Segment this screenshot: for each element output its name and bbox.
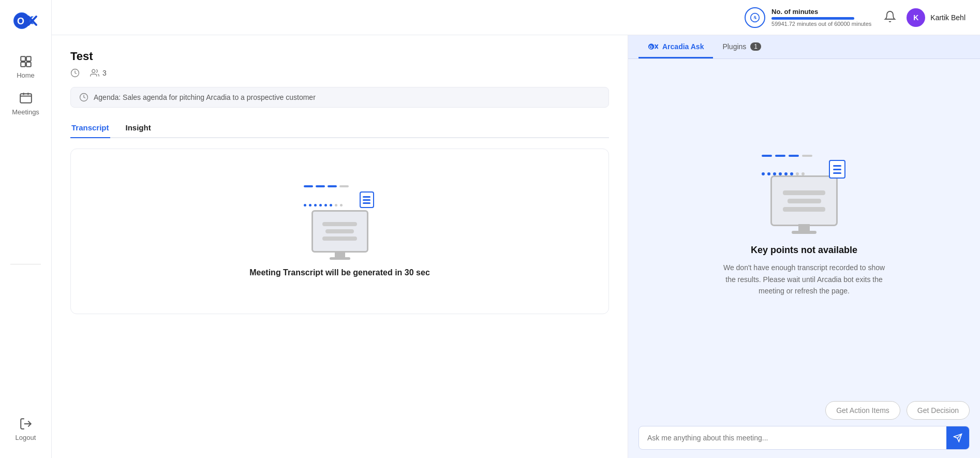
- tab-arcadia-ask[interactable]: O Arcadia Ask: [639, 35, 713, 58]
- kp-floating-lines: [762, 155, 812, 157]
- participants-icon: [90, 68, 99, 78]
- minutes-bar: [771, 17, 854, 20]
- sidebar-item-logout[interactable]: Logout: [5, 411, 47, 448]
- get-decision-button[interactable]: Get Decision: [907, 401, 970, 420]
- sidebar-item-meetings-label: Meetings: [12, 108, 39, 116]
- bell-icon: [884, 10, 896, 23]
- action-buttons: Get Action Items Get Decision: [639, 401, 970, 420]
- svg-point-16: [92, 69, 95, 72]
- user-name: Kartik Behl: [930, 13, 966, 22]
- monitor-body: [311, 210, 368, 253]
- meeting-meta: 3: [70, 68, 609, 78]
- header: No. of minutes 59941.72 minutes out of 6…: [52, 0, 980, 35]
- main-content: No. of minutes 59941.72 minutes out of 6…: [52, 0, 980, 458]
- tab-transcript[interactable]: Transcript: [70, 119, 110, 138]
- user-menu[interactable]: K Kartik Behl: [907, 8, 966, 27]
- ask-input-row: [639, 426, 970, 450]
- tab-arcadia-ask-label: Arcadia Ask: [662, 42, 704, 51]
- sidebar-item-home-label: Home: [17, 71, 35, 79]
- sidebar-bottom: Logout: [5, 411, 47, 448]
- svg-rect-9: [21, 62, 25, 67]
- transcript-card: Meeting Transcript will be generated in …: [70, 149, 609, 314]
- svg-text:O: O: [17, 16, 24, 26]
- plugins-badge: 1: [750, 42, 761, 51]
- meetings-icon: [19, 92, 33, 105]
- agenda-bar: Agenda: Sales agenda for pitching Arcadi…: [70, 87, 609, 108]
- meeting-participants-meta: 3: [90, 68, 107, 78]
- tab-plugins[interactable]: Plugins 1: [713, 35, 770, 58]
- svg-rect-8: [26, 56, 31, 61]
- minutes-info: No. of minutes 59941.72 minutes out of 6…: [771, 8, 871, 27]
- clock-icon: [70, 68, 80, 78]
- minutes-icon: [745, 7, 765, 28]
- keypoints-title: Key points not available: [751, 245, 857, 256]
- sidebar-item-logout-label: Logout: [16, 434, 36, 441]
- meeting-title: Test: [70, 50, 609, 63]
- floating-lines: [304, 185, 349, 187]
- minutes-bar-container: [771, 17, 854, 20]
- agenda-icon: [79, 93, 88, 102]
- floating-doc: [360, 191, 374, 208]
- svg-point-14: [754, 16, 756, 19]
- svg-rect-7: [21, 56, 25, 61]
- app-logo[interactable]: O K O: [12, 10, 39, 33]
- kp-floating-doc: [829, 160, 845, 179]
- send-icon: [953, 433, 962, 442]
- right-panel-tabs: O Arcadia Ask Plugins 1: [628, 35, 980, 59]
- keypoints-desc: We don't have enough transcript recorded…: [721, 262, 887, 297]
- participants-count: 3: [102, 69, 107, 77]
- svg-text:O: O: [649, 45, 653, 50]
- kp-monitor-stand: [798, 224, 810, 231]
- left-panel: Test 3: [52, 35, 628, 458]
- minutes-section: No. of minutes 59941.72 minutes out of 6…: [745, 7, 871, 28]
- minutes-label: No. of minutes: [771, 8, 871, 16]
- minutes-value: 59941.72 minutes out of 60000 minutes: [771, 21, 871, 27]
- sidebar-item-meetings[interactable]: Meetings: [5, 85, 47, 122]
- transcript-message: Meeting Transcript will be generated in …: [249, 268, 430, 277]
- monitor-base: [330, 257, 350, 260]
- ask-input[interactable]: [639, 426, 946, 449]
- transcript-illustration: [299, 185, 381, 258]
- meeting-tabs: Transcript Insight: [70, 119, 609, 138]
- right-panel: O Arcadia Ask Plugins 1: [628, 35, 980, 458]
- body-split: Test 3: [52, 35, 980, 458]
- arcadia-ask-icon: O: [648, 42, 658, 51]
- bell-button[interactable]: [884, 10, 896, 25]
- ask-send-button[interactable]: [946, 426, 969, 449]
- svg-rect-10: [26, 62, 31, 67]
- sidebar-divider: [10, 264, 41, 264]
- right-footer: Get Action Items Get Decision: [628, 393, 980, 458]
- avatar: K: [907, 8, 925, 27]
- home-icon: [19, 55, 33, 68]
- tab-insight[interactable]: Insight: [125, 119, 152, 138]
- meeting-time-meta: [70, 68, 80, 78]
- get-action-items-button[interactable]: Get Action Items: [825, 401, 900, 420]
- right-content: Key points not available We don't have e…: [628, 59, 980, 393]
- dots-row: [304, 204, 343, 206]
- sidebar-item-home[interactable]: Home: [5, 49, 47, 85]
- svg-rect-11: [20, 94, 32, 102]
- keypoints-illustration: [758, 155, 851, 232]
- kp-monitor-base: [792, 231, 816, 234]
- sidebar: O K O Home Meetings: [0, 0, 52, 458]
- agenda-text: Agenda: Sales agenda for pitching Arcadi…: [94, 93, 316, 101]
- tab-plugins-label: Plugins: [722, 42, 746, 51]
- kp-monitor-body: [770, 175, 838, 226]
- logout-icon: [19, 417, 33, 431]
